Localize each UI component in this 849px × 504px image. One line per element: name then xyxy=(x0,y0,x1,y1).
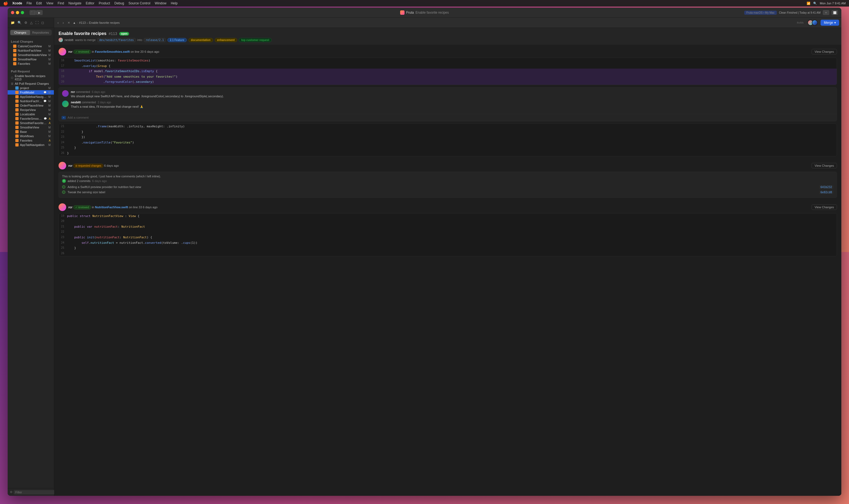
tag-feature[interactable]: 2.1 Feature xyxy=(168,38,187,42)
sidebar-item-smoothierow[interactable]: SmoothieRow M xyxy=(8,57,54,61)
comment-text-nesbitt: That's a neat idea, I'll incorporate tha… xyxy=(71,104,424,109)
pr-status-badge: open xyxy=(119,32,129,36)
product-menu[interactable]: Product xyxy=(99,1,110,5)
code-line-n21: 21 public var nutritionFact: NutritionFa… xyxy=(59,224,424,230)
file-icon-calorie xyxy=(13,44,16,48)
repositories-tab[interactable]: Repositories xyxy=(30,30,51,35)
content-toolbar: ‹ › ✕ ▲ › #113 – Enable favorite recipes… xyxy=(54,18,424,28)
review-badge-1: ✓ reviewed xyxy=(73,50,91,54)
commits-time: 6 days ago xyxy=(92,179,107,183)
pr-enable-favorites[interactable]: ⬡ Enable favorite recipes #213 xyxy=(8,74,54,82)
sidebar-item-base[interactable]: Base M xyxy=(8,129,54,134)
close-button[interactable] xyxy=(11,11,14,14)
tag-enhancement[interactable]: enhancement xyxy=(215,38,237,42)
comment-author-nesbitt: nesbitt xyxy=(71,101,81,104)
code-block-3: 19 public struct NutritionFactView : Vie… xyxy=(58,213,424,252)
file-icon-workflows xyxy=(15,134,19,138)
commits-header: + added 2 commits 6 days ago xyxy=(62,179,424,183)
smoothieview-badge: M xyxy=(48,126,51,129)
sidebar-toggle[interactable]: ⬛ xyxy=(30,10,36,15)
review-file-3[interactable]: NutritionFactView.swift xyxy=(95,205,128,209)
back-button[interactable]: ‹ xyxy=(56,20,60,25)
sidebar-tool-3[interactable]: ⚙ xyxy=(23,20,28,25)
review-time-1: 6 days ago xyxy=(144,50,159,53)
sidebar-item-apptabnavigation[interactable]: AppTabNavigation M xyxy=(8,143,54,147)
sidebar-tool-1[interactable]: 📁 xyxy=(10,20,16,25)
find-menu[interactable]: Find xyxy=(58,1,64,5)
calorie-badge: M xyxy=(48,45,51,48)
review-header-3: rcr ✓ reviewed in NutritionFactView.swif… xyxy=(58,203,424,211)
code-line-19: 19 Text("Add some smoothies to your favo… xyxy=(59,74,424,79)
pr-all-changes[interactable]: ☰ All Pull Request Changes xyxy=(8,82,54,86)
sidebar-item-project[interactable]: project M xyxy=(8,86,54,90)
sidebar-tool-2[interactable]: 🔍 xyxy=(17,20,22,25)
titlebar-subtitle: Enable favorite recipes xyxy=(415,11,424,15)
sidebar-tool-5[interactable]: ⛶ xyxy=(34,20,39,25)
breadcrumb-root[interactable]: ▲ xyxy=(73,21,76,24)
editor-menu[interactable]: Editor xyxy=(86,1,94,5)
source-control-menu[interactable]: Source Control xyxy=(128,1,151,5)
sidebar-item-calorie[interactable]: CalorieCountView M xyxy=(8,44,54,48)
file-menu[interactable]: File xyxy=(27,1,32,5)
file-icon-smoothiefavbtn xyxy=(15,121,19,125)
sidebar-item-fruitmodel[interactable]: FruitModel 💬 M xyxy=(8,90,54,94)
project-file: project xyxy=(20,86,47,90)
window-menu[interactable]: Window xyxy=(155,1,167,5)
sidebar-item-workflows[interactable]: Workflows M xyxy=(8,134,54,138)
review-file-1[interactable]: FavoriteSmoothies.swift xyxy=(95,50,129,53)
code-line-17: 17 .overlay(Group { xyxy=(59,64,424,69)
sidebar-item-favoritesmoothies[interactable]: FavoriteSmoothies 💬 A xyxy=(8,116,54,121)
favoritesmoothies-comment-icon: 💬 xyxy=(44,117,47,120)
sidebar-item-smoothieview[interactable]: SmoothieView M xyxy=(8,125,54,129)
sidebar-item-localizable[interactable]: Localizable M xyxy=(8,112,54,116)
file-icon-project xyxy=(15,86,19,90)
forward-button[interactable]: › xyxy=(62,20,65,25)
apple-menu[interactable]: 🍎 xyxy=(3,1,8,5)
minimize-button[interactable] xyxy=(16,11,19,14)
code-line-n24: 24 self.nutritionFact = nutritionFact.co… xyxy=(59,240,424,246)
titlebar-center: Fruta Enable favorite recipes xyxy=(400,11,424,15)
tag-docs[interactable]: documentation xyxy=(188,38,213,42)
sidebar-item-recipeview[interactable]: RecipeView M xyxy=(8,108,54,112)
close-tab-button[interactable]: ✕ xyxy=(67,20,71,25)
review-meta-1: rcr ✓ reviewed in FavoriteSmoothies.swif… xyxy=(68,50,159,53)
edit-menu[interactable]: Edit xyxy=(36,1,42,5)
add-comment-text[interactable]: Add a comment xyxy=(68,116,89,119)
smoothieheader-badge: M xyxy=(48,54,51,57)
changes-tab[interactable]: Changes xyxy=(11,30,30,35)
sidebar-item-appsidebar[interactable]: AppSidebarNavigation M xyxy=(8,94,54,99)
project-badge: M xyxy=(48,87,51,90)
nutrition-fact-view: NutritionFactView xyxy=(18,49,47,52)
sidebar-tool-6[interactable]: ◻ xyxy=(40,20,45,25)
file-icon-apptabnavigation xyxy=(15,143,19,146)
navigate-menu[interactable]: Navigate xyxy=(68,1,81,5)
apptabnavigation-badge: M xyxy=(48,144,51,146)
view-menu[interactable]: View xyxy=(46,1,53,5)
review-block-1: rcr ✓ reviewed in FavoriteSmoothies.swif… xyxy=(58,48,424,156)
fruit-model-file: FruitModel xyxy=(20,91,42,94)
debug-menu[interactable]: Debug xyxy=(114,1,124,5)
breadcrumb-pr-num[interactable]: #113 – Enable favorite recipes xyxy=(79,21,120,24)
code-block-1b: 21 .frame(maxWidth: .infinity, maxHeight… xyxy=(58,124,424,156)
reviewer-name-rcr-3: rcr xyxy=(68,205,73,209)
maximize-button[interactable] xyxy=(21,11,24,14)
sidebar-item-smoothiefavbtn[interactable]: SmoothieFavoriteButton A xyxy=(8,121,54,125)
help-menu[interactable]: Help xyxy=(171,1,177,5)
file-icon-nutritionfact-pr xyxy=(15,100,19,103)
app-name-menu[interactable]: Xcode xyxy=(12,1,22,5)
sidebar-tool-4[interactable]: △ xyxy=(29,20,33,25)
tag-customer[interactable]: top customer request xyxy=(239,38,272,42)
base-file: Base xyxy=(20,130,47,133)
sidebar-item-smoothieheader[interactable]: SmoothieHeaderView M xyxy=(8,53,54,57)
sidebar-item-favorites-pr[interactable]: Favorites A xyxy=(8,138,54,143)
smoothie-header-view: SmoothieHeaderView xyxy=(18,53,47,57)
sidebar-item-favorites-local[interactable]: Favorites M xyxy=(8,61,54,66)
run-button[interactable]: ▶ xyxy=(36,10,43,15)
workflows-badge: M xyxy=(48,135,51,138)
traffic-lights xyxy=(11,11,24,14)
file-icon-smoothierow xyxy=(13,58,16,61)
sidebar-item-orderplaced[interactable]: OrderPlacedView M xyxy=(8,103,54,108)
sidebar-item-nutrition[interactable]: NutritionFactView M xyxy=(8,48,54,53)
sidebar-item-nutritionfact-pr[interactable]: NutritionFactView 💬 M xyxy=(8,99,54,103)
author-name: nesbitt xyxy=(65,38,73,41)
